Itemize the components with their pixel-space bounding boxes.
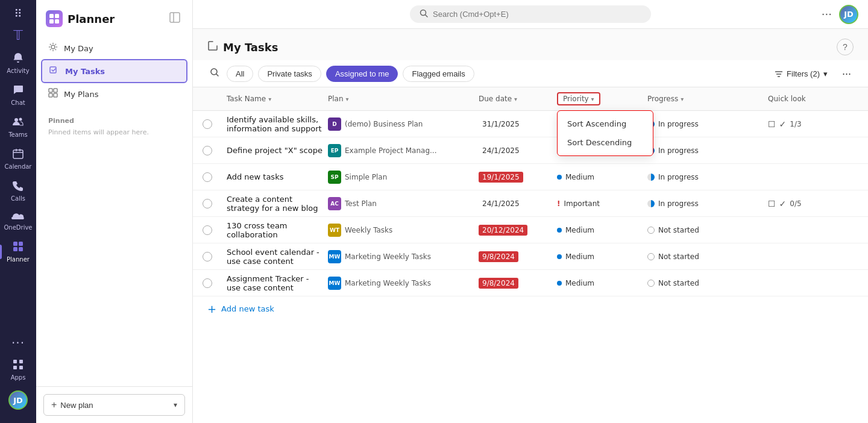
rail-item-activity[interactable]: Activity bbox=[2, 48, 34, 78]
svg-rect-10 bbox=[19, 366, 23, 369]
svg-rect-6 bbox=[19, 247, 23, 251]
pinned-desc: Pinned items will appear here. bbox=[36, 127, 192, 141]
calls-icon bbox=[12, 180, 24, 193]
rail-item-apps[interactable]: Apps bbox=[2, 355, 34, 384]
priority-excl-icon: ! bbox=[557, 199, 560, 208]
row-checkbox[interactable] bbox=[203, 119, 227, 129]
svg-rect-30 bbox=[54, 93, 57, 97]
progress-cell: In progress bbox=[647, 120, 768, 128]
more-options-button[interactable]: ··· bbox=[840, 67, 854, 80]
task-checkbox-1[interactable] bbox=[203, 146, 212, 155]
due-date-col-label: Due date bbox=[479, 95, 512, 103]
rail-item-calls[interactable]: Calls bbox=[2, 176, 34, 205]
rail-item-more[interactable]: ··· bbox=[2, 333, 34, 352]
my-tasks-label: My Tasks bbox=[65, 67, 105, 76]
ql-count: 0/5 bbox=[790, 199, 801, 208]
task-checkbox-3[interactable] bbox=[203, 199, 212, 208]
due-date-value: 19/1/2025 bbox=[479, 172, 523, 183]
col-header-task-name[interactable]: Task Name ▾ bbox=[227, 92, 328, 105]
filter-tab-flagged[interactable]: Flagged emails bbox=[403, 66, 474, 82]
plan-name: (demo) Business Plan bbox=[345, 120, 423, 128]
task-checkbox-2[interactable] bbox=[203, 172, 212, 182]
row-checkbox[interactable] bbox=[203, 225, 227, 235]
rail-item-chat[interactable]: Chat bbox=[2, 80, 34, 110]
icon-rail: ⠿ 𝕋 Activity Chat Teams bbox=[0, 0, 36, 423]
table-row: School event calendar - use case content… bbox=[193, 243, 868, 270]
filter-tab-assigned[interactable]: Assigned to me bbox=[326, 66, 398, 82]
topbar-right: ··· JD bbox=[822, 5, 858, 24]
new-plan-label: New plan bbox=[60, 401, 93, 410]
progress-cell: In progress bbox=[647, 173, 768, 181]
topbar-avatar[interactable]: JD bbox=[839, 5, 858, 24]
due-date-sort-icon: ▾ bbox=[514, 96, 517, 102]
col-header-due-date[interactable]: Due date ▾ bbox=[479, 92, 557, 105]
svg-point-0 bbox=[14, 118, 18, 122]
priority-cell: Medium bbox=[557, 252, 647, 261]
col-header-priority[interactable]: Priority ▾ Sort Ascending Sort Descendin… bbox=[557, 92, 647, 105]
due-date-value: 9/8/2024 bbox=[479, 251, 518, 262]
sort-ascending-item[interactable]: Sort Ascending bbox=[558, 114, 653, 133]
rail-item-planner[interactable]: Planner bbox=[2, 237, 34, 266]
rail-avatar[interactable]: JD bbox=[2, 387, 34, 413]
row-checkbox[interactable] bbox=[203, 146, 227, 155]
filters-button[interactable]: Filters (2) ▾ bbox=[767, 66, 835, 81]
new-plan-button[interactable]: + New plan ▾ bbox=[43, 394, 185, 416]
progress-text: Not started bbox=[658, 226, 699, 234]
priority-col-label: Priority bbox=[563, 95, 589, 103]
more-icon: ··· bbox=[11, 337, 25, 349]
progress-cell: In progress bbox=[647, 146, 768, 155]
plan-name: Test Plan bbox=[345, 199, 377, 208]
teams-icon bbox=[12, 116, 24, 130]
row-checkbox[interactable] bbox=[203, 199, 227, 208]
add-task-row[interactable]: + Add new task bbox=[193, 296, 868, 321]
search-input[interactable] bbox=[433, 10, 641, 19]
table-row: Identify available skills, information a… bbox=[193, 111, 868, 137]
calendar-icon bbox=[12, 148, 24, 161]
col-header-plan[interactable]: Plan ▾ bbox=[328, 92, 479, 105]
topbar-more-icon[interactable]: ··· bbox=[822, 8, 832, 20]
progress-sort-icon: ▾ bbox=[681, 96, 684, 102]
row-checkbox[interactable] bbox=[203, 172, 227, 182]
rail-item-onedrive[interactable]: OneDrive bbox=[2, 208, 34, 234]
bell-icon bbox=[12, 52, 24, 66]
topbar-search bbox=[410, 5, 651, 23]
task-checkbox-4[interactable] bbox=[203, 225, 212, 235]
svg-line-25 bbox=[50, 49, 51, 51]
plan-name: Example Project Manag... bbox=[345, 146, 436, 155]
filter-tab-private[interactable]: Private tasks bbox=[258, 66, 321, 82]
plan-cell: MW Marketing Weekly Tasks bbox=[328, 250, 479, 263]
help-button[interactable]: ? bbox=[837, 39, 854, 55]
row-checkbox[interactable] bbox=[203, 278, 227, 288]
table-row: Create a content strategy for a new blog… bbox=[193, 190, 868, 217]
row-checkbox[interactable] bbox=[203, 252, 227, 262]
due-date-value: 9/8/2024 bbox=[479, 278, 518, 289]
progress-text: In progress bbox=[658, 173, 699, 181]
filter-tab-all[interactable]: All bbox=[227, 66, 253, 82]
rail-item-teams[interactable]: Teams bbox=[2, 112, 34, 142]
rail-item-teams-logo[interactable]: 𝕋 bbox=[2, 25, 34, 46]
col-header-progress[interactable]: Progress ▾ bbox=[647, 92, 768, 105]
progress-text: In progress bbox=[658, 120, 699, 128]
sidebar-item-my-day[interactable]: My Day bbox=[41, 37, 187, 59]
sidebar-item-my-tasks[interactable]: My Tasks bbox=[41, 59, 187, 83]
ql-count: 1/3 bbox=[790, 120, 801, 128]
svg-rect-8 bbox=[19, 360, 23, 363]
progress-cell: Not started bbox=[647, 252, 768, 261]
filter-search-button[interactable] bbox=[207, 65, 222, 82]
sidebar-item-my-plans[interactable]: My Plans bbox=[41, 83, 187, 105]
task-checkbox-5[interactable] bbox=[203, 252, 212, 262]
col-header-quick-look: Quick look bbox=[768, 92, 858, 105]
plan-cell: D (demo) Business Plan bbox=[328, 118, 479, 131]
chevron-down-icon: ▾ bbox=[174, 401, 177, 409]
rail-item-grid[interactable]: ⠿ bbox=[2, 5, 34, 23]
due-date-value: 31/1/2025 bbox=[479, 119, 523, 130]
rail-item-calendar[interactable]: Calendar bbox=[2, 144, 34, 174]
task-checkbox-0[interactable] bbox=[203, 119, 212, 129]
progress-cell: In progress bbox=[647, 199, 768, 208]
priority-text: Medium bbox=[565, 252, 594, 261]
svg-rect-26 bbox=[50, 67, 56, 73]
task-checkbox-6[interactable] bbox=[203, 278, 212, 288]
sidebar-expand-button[interactable] bbox=[167, 10, 183, 28]
sort-descending-item[interactable]: Sort Descending bbox=[558, 133, 653, 152]
progress-text: Not started bbox=[658, 252, 699, 261]
